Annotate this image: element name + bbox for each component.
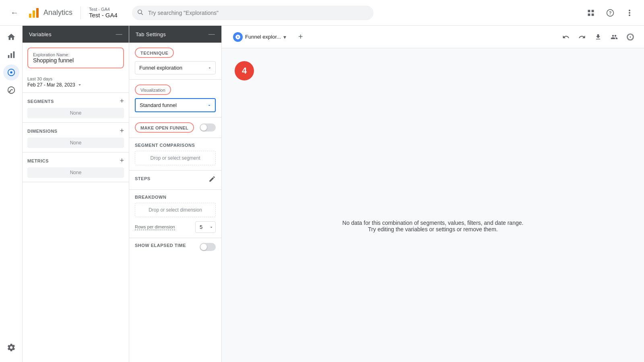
rail-advertising-icon[interactable] [3, 82, 19, 98]
dimensions-add-button[interactable]: + [120, 127, 124, 135]
funnel-tab-chip[interactable]: Funnel explor... ▾ [228, 30, 291, 44]
segments-header: SEGMENTS + [27, 97, 124, 105]
main-layout: Variables — Exploration Name: Shopping f… [0, 26, 644, 362]
steps-edit-icon[interactable] [208, 175, 216, 185]
svg-rect-1 [33, 10, 35, 18]
svg-point-13 [629, 14, 630, 16]
tab-settings-minimize-icon[interactable]: — [208, 31, 215, 38]
download-button[interactable] [591, 30, 605, 44]
account-subtitle: Test - GA4 [89, 7, 118, 12]
segment-comparisons-section: SEGMENT COMPARISONS Drop or select segme… [129, 138, 221, 171]
make-open-funnel-label: MAKE OPEN FUNNEL [140, 125, 188, 130]
rail-home-icon[interactable] [3, 29, 19, 45]
variables-panel-title: Variables [29, 31, 52, 37]
svg-point-20 [9, 91, 10, 93]
rail-settings-icon[interactable] [3, 339, 19, 356]
rail-reports-icon[interactable] [3, 47, 19, 63]
rows-per-dimension-container: Rows per dimension 1 2 3 5 10 [135, 221, 216, 233]
dimensions-none-chip: None [27, 138, 124, 148]
back-button[interactable]: ← [6, 5, 23, 21]
visualization-label: Visualization [140, 88, 165, 93]
technique-label-wrap: TECHNIQUE [135, 47, 174, 58]
variables-panel: Variables — Exploration Name: Shopping f… [23, 26, 129, 362]
no-data-line2: Try editing the variables or settings or… [368, 226, 497, 232]
add-tab-button[interactable]: + [294, 31, 307, 43]
metrics-add-button[interactable]: + [120, 156, 124, 165]
tab-settings-title: Tab Settings [136, 31, 166, 37]
dimensions-title: DIMENSIONS [27, 129, 58, 134]
svg-rect-8 [592, 13, 594, 16]
metrics-header: METRICS + [27, 156, 124, 165]
topbar: ← Analytics Test - GA4 Test - GA4 [0, 0, 644, 26]
more-icon-button[interactable] [621, 5, 638, 21]
segments-title: SEGMENTS [27, 99, 54, 104]
steps-section: STEPS [129, 171, 221, 190]
make-open-funnel-toggle[interactable] [200, 123, 216, 132]
visualization-section: Visualization Standard funnel Trended fu… [129, 80, 221, 117]
grid-icon-button[interactable] [583, 5, 599, 21]
topbar-divider [80, 6, 81, 19]
topbar-actions: ? [583, 5, 638, 21]
svg-rect-14 [8, 55, 9, 58]
app-logo: Analytics [27, 6, 72, 19]
variables-panel-header: Variables — [23, 26, 129, 43]
toolbar-action-icons [559, 30, 638, 44]
show-elapsed-time-section: SHOW ELAPSED TIME [129, 238, 221, 256]
segments-none-chip: None [27, 108, 124, 118]
make-open-funnel-section: MAKE OPEN FUNNEL [129, 117, 221, 138]
tab-chip-icon [233, 32, 243, 42]
content-settings-button[interactable] [623, 30, 638, 44]
dimensions-section: DIMENSIONS + None [23, 123, 129, 152]
rail-explore-icon[interactable] [3, 64, 19, 80]
analytics-logo-icon [27, 6, 40, 19]
undo-button[interactable] [559, 30, 573, 44]
exploration-name-label: Exploration Name: [33, 52, 118, 57]
help-icon-button[interactable]: ? [602, 5, 618, 21]
variables-minimize-icon[interactable]: — [116, 31, 122, 38]
step-badge-container: 4 [228, 55, 254, 87]
show-elapsed-time-toggle[interactable] [200, 243, 216, 251]
rows-per-dimension-label: Rows per dimension [135, 224, 175, 230]
step-number-badge: 4 [235, 61, 254, 80]
technique-label: TECHNIQUE [140, 51, 168, 56]
show-elapsed-time-label: SHOW ELAPSED TIME [135, 243, 186, 248]
share-users-button[interactable] [607, 30, 621, 44]
tab-chip-arrow-icon: ▾ [283, 34, 286, 40]
svg-line-4 [141, 13, 143, 15]
svg-point-12 [629, 12, 630, 14]
date-range-chevron-icon [77, 82, 83, 88]
search-icon [137, 9, 143, 17]
tab-chip-label: Funnel explor... [245, 34, 281, 40]
app-name: Analytics [43, 8, 72, 17]
svg-point-18 [10, 71, 12, 74]
svg-text:?: ? [609, 10, 612, 15]
svg-rect-6 [592, 10, 594, 12]
svg-rect-15 [10, 53, 12, 58]
metrics-title: METRICS [27, 158, 49, 163]
breakdown-section: BREAKDOWN Drop or select dimension Rows … [129, 190, 221, 238]
rows-per-dimension-select[interactable]: 1 2 3 5 10 [195, 221, 216, 233]
dimensions-header: DIMENSIONS + [27, 127, 124, 135]
drop-dimension-box[interactable]: Drop or select dimension [135, 203, 216, 217]
exploration-name-box[interactable]: Exploration Name: Shopping funnel [27, 47, 124, 68]
technique-select[interactable]: Funnel exploration Free form Cohort expl… [135, 61, 216, 74]
search-input[interactable] [132, 6, 374, 20]
make-open-funnel-label-wrap: MAKE OPEN FUNNEL [135, 122, 194, 133]
search-container [132, 6, 568, 20]
visualization-select[interactable]: Standard funnel Trended funnel [135, 98, 216, 112]
main-content: Funnel explor... ▾ + [222, 26, 644, 362]
segments-add-button[interactable]: + [120, 97, 124, 105]
account-info[interactable]: Test - GA4 Test - GA4 [89, 7, 118, 19]
date-range-text: Feb 27 - Mar 28, 2023 [27, 82, 75, 88]
tab-settings-panel: Tab Settings — TECHNIQUE Funnel explorat… [129, 26, 222, 362]
breakdown-title: BREAKDOWN [135, 195, 216, 200]
segments-section: SEGMENTS + None [23, 93, 129, 123]
svg-rect-2 [36, 8, 39, 18]
visualization-label-wrap: Visualization [135, 84, 171, 95]
metrics-section: METRICS + None [23, 152, 129, 182]
redo-button[interactable] [575, 30, 589, 44]
drop-segment-box[interactable]: Drop or select segment [135, 151, 216, 165]
exploration-name-value: Shopping funnel [33, 57, 118, 64]
svg-rect-0 [29, 14, 31, 18]
date-range-value[interactable]: Feb 27 - Mar 28, 2023 [27, 82, 124, 88]
